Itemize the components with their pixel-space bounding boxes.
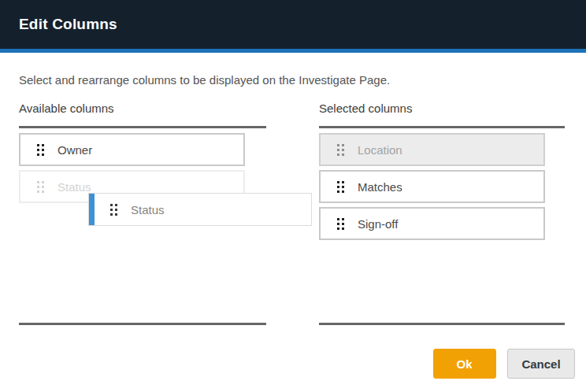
column-item-owner[interactable]: Owner bbox=[19, 133, 245, 166]
available-bottom-rule bbox=[19, 323, 266, 325]
dialog-title: Edit Columns bbox=[19, 16, 117, 33]
dialog-header: Edit Columns bbox=[0, 0, 586, 49]
drag-handle-icon[interactable] bbox=[337, 181, 344, 193]
drag-active-indicator-bar bbox=[89, 194, 95, 225]
selected-bottom-rule bbox=[319, 323, 565, 325]
cancel-button[interactable]: Cancel bbox=[507, 349, 575, 379]
selected-columns-heading: Selected columns bbox=[319, 101, 565, 116]
dragged-column-item-status[interactable]: Status bbox=[88, 193, 312, 226]
drag-handle-icon[interactable] bbox=[337, 218, 344, 230]
dialog-description: Select and rearrange columns to be displ… bbox=[19, 72, 586, 88]
selected-columns-list: Location Matches Sign-off bbox=[319, 128, 565, 323]
accent-bar bbox=[0, 49, 586, 53]
column-item-label: Location bbox=[358, 143, 402, 157]
drag-handle-icon[interactable] bbox=[37, 144, 44, 156]
edit-columns-dialog: Edit Columns Select and rearrange column… bbox=[0, 0, 586, 392]
column-item-label: Status bbox=[57, 180, 91, 194]
drag-handle-icon bbox=[337, 144, 344, 156]
column-item-label: Matches bbox=[358, 180, 402, 194]
dialog-footer: Ok Cancel bbox=[19, 349, 586, 379]
column-item-label: Owner bbox=[57, 143, 92, 157]
column-item-label: Status bbox=[131, 203, 165, 216]
column-item-label: Sign-off bbox=[358, 217, 398, 231]
drag-handle-icon[interactable] bbox=[110, 204, 117, 216]
column-item-matches[interactable]: Matches bbox=[319, 170, 545, 203]
column-item-location: Location bbox=[319, 133, 545, 166]
ok-button[interactable]: Ok bbox=[433, 349, 496, 379]
selected-columns-panel: Selected columns Location Matches Sign-o… bbox=[319, 101, 565, 325]
drag-handle-icon bbox=[37, 181, 44, 193]
column-item-signoff[interactable]: Sign-off bbox=[319, 207, 545, 240]
available-columns-heading: Available columns bbox=[19, 101, 266, 116]
